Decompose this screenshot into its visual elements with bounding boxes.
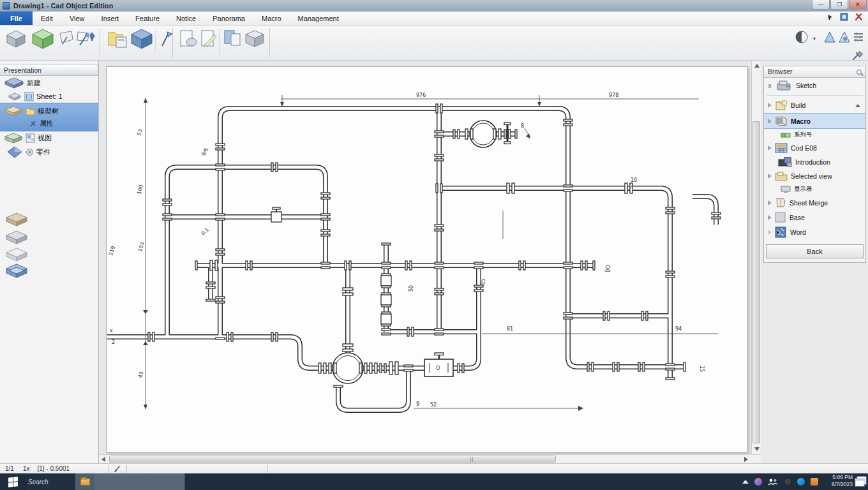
toolbar: Box▾ Draw Edit▾ Clone▾ Start▾ <box>0 26 868 61</box>
taskbar-app-button[interactable] <box>75 473 94 490</box>
menu-item[interactable]: View <box>61 11 93 25</box>
expander-icon[interactable] <box>768 230 772 235</box>
menu-item[interactable]: Edit <box>33 11 61 25</box>
annotate-a2-icon[interactable] <box>838 31 851 43</box>
sketch-icon[interactable] <box>57 29 74 47</box>
menu-item[interactable]: Feature <box>127 11 168 25</box>
tools-icon[interactable] <box>855 13 863 21</box>
tree-item-parts[interactable]: 零件 <box>0 145 98 160</box>
panel-row-macro-selected[interactable]: Macro <box>764 113 865 129</box>
menu-item[interactable]: Management <box>290 11 347 25</box>
back-button[interactable]: Back <box>766 244 864 258</box>
annotate-a-icon[interactable] <box>823 31 836 43</box>
drawing-canvas[interactable]: O 976 <box>99 61 761 463</box>
scroll-splitter[interactable] <box>470 457 473 462</box>
draw-box-icon[interactable] <box>31 28 55 50</box>
taskbar-window-button[interactable] <box>94 473 185 490</box>
maximize-button[interactable]: ❐ <box>830 0 848 10</box>
panel-row-base[interactable]: Base <box>764 210 865 225</box>
panel-row-display[interactable]: 显示器 <box>764 183 865 195</box>
burn-box-icon[interactable] <box>244 29 266 48</box>
drawing-sheet[interactable]: O 976 <box>106 66 748 453</box>
expander-icon[interactable] <box>768 200 772 205</box>
expander-icon[interactable] <box>768 174 772 179</box>
tray-app-icon[interactable] <box>811 478 818 486</box>
dim-label: 8 <box>521 123 524 129</box>
panel-row-introduction[interactable]: Introduction <box>764 155 865 169</box>
dim-label: x <box>110 328 113 334</box>
hscroll-thumb[interactable] <box>109 456 556 463</box>
material-sphere-icon[interactable] <box>795 31 809 43</box>
stock-cube-tan-icon[interactable] <box>5 212 28 226</box>
search-placeholder: Search <box>28 479 49 486</box>
document-icon[interactable] <box>840 13 848 21</box>
expander-icon[interactable] <box>768 145 772 151</box>
sketch-flag-icon[interactable] <box>158 29 174 48</box>
tree-item-sheet[interactable]: Sheet: 1 <box>0 90 98 103</box>
tree-item-file[interactable]: 新建 <box>0 76 98 90</box>
tree-item-views[interactable]: 视图 <box>0 131 98 145</box>
menu-file[interactable]: File <box>0 11 33 25</box>
scroll-right-icon[interactable] <box>744 457 748 462</box>
vertical-scrollbar[interactable] <box>751 61 761 454</box>
tray-color-icon[interactable] <box>754 478 762 486</box>
small-cube-icon <box>8 93 22 101</box>
stock-cube-blue-icon[interactable] <box>5 264 28 279</box>
tray-dark-icon[interactable] <box>784 478 791 486</box>
menu-item[interactable]: Macro <box>253 11 290 25</box>
panel-row-sketch[interactable]: x Sketch <box>764 78 865 93</box>
panel-row-code[interactable]: Cod E08 <box>764 141 865 155</box>
tray-browser-icon[interactable] <box>797 478 805 486</box>
chevron-down-icon[interactable]: ▾ <box>813 36 816 41</box>
parts-icon <box>26 148 34 156</box>
menu-item[interactable]: Insert <box>93 11 128 25</box>
burn-doc-icon[interactable] <box>223 29 243 49</box>
show-desktop-icon[interactable] <box>855 476 867 487</box>
expander-icon[interactable] <box>768 215 772 220</box>
dim-label: 9/6 <box>200 147 209 157</box>
chevron-up-icon[interactable] <box>855 104 860 107</box>
stock-cube-gray-icon[interactable] <box>5 230 28 244</box>
panel-row-word[interactable]: Word <box>764 225 865 240</box>
start-button[interactable] <box>0 473 26 490</box>
windows-logo-icon <box>8 477 18 487</box>
minimize-button[interactable]: — <box>812 0 830 10</box>
base-box-icon[interactable] <box>5 29 27 48</box>
pin-small-icon[interactable] <box>88 32 96 42</box>
vscroll-thumb[interactable] <box>752 121 760 443</box>
taskbar-search[interactable]: Search <box>26 473 75 490</box>
tray-chevron-icon[interactable] <box>742 480 749 484</box>
horizontal-scrollbar[interactable] <box>99 454 761 463</box>
scroll-down-icon[interactable] <box>754 447 760 451</box>
menu-item[interactable]: Panorama <box>204 11 253 25</box>
taskbar-clock[interactable]: 5:06 PM 6/7/2023 <box>832 474 853 488</box>
blue-grid-icon <box>775 143 788 153</box>
pushpin-icon[interactable] <box>851 51 863 61</box>
dim-label: O/J <box>604 265 610 272</box>
scroll-left-icon[interactable] <box>101 457 105 462</box>
expander-icon[interactable] <box>768 119 772 124</box>
machine-icon <box>776 80 793 91</box>
start-doc2-icon[interactable] <box>199 29 218 49</box>
edit-folder-icon[interactable] <box>107 29 129 49</box>
tree-item-model-selected[interactable]: 模型树 属性 <box>0 103 98 131</box>
panel-row-sheet-merge[interactable]: Sheet Merge <box>764 195 865 210</box>
dim-label: 50 <box>408 285 414 292</box>
panel-row-series[interactable]: 系列号 <box>764 129 865 141</box>
tray-people-icon[interactable] <box>768 478 778 486</box>
expander-icon[interactable] <box>768 103 772 108</box>
start-doc-icon[interactable] <box>179 29 198 49</box>
clone-box-icon[interactable] <box>130 28 153 50</box>
menu-item[interactable]: Notice <box>168 11 204 25</box>
scroll-up-icon[interactable] <box>754 64 760 68</box>
cursor-icon[interactable] <box>827 14 834 20</box>
search-icon[interactable] <box>857 70 862 75</box>
panel-row-selected-view[interactable]: Selected view <box>764 169 865 183</box>
row-label: Macro <box>791 117 811 125</box>
gauge-circle <box>470 121 497 147</box>
stock-cube-light-icon[interactable] <box>5 248 28 262</box>
close-button[interactable]: ✕ <box>849 0 867 10</box>
panel-row-build[interactable]: Build <box>764 98 865 113</box>
status-zoom: 1x <box>23 465 30 472</box>
settings-sliders-icon[interactable] <box>853 31 864 43</box>
